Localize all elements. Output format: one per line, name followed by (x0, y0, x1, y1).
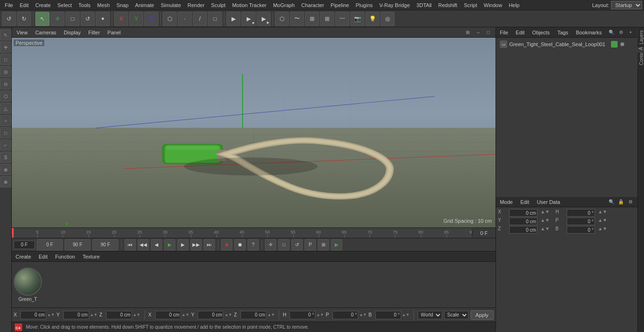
coord-h-arrow[interactable]: ▲▼ (316, 313, 324, 317)
cloner-button[interactable]: ⊞ (320, 12, 334, 26)
z-axis-button[interactable]: Z (144, 12, 158, 26)
menu-select[interactable]: Select (55, 1, 75, 9)
menu-plugins[interactable]: Plugins (353, 1, 375, 9)
end-frame-field[interactable] (65, 242, 90, 247)
apply-button[interactable]: Apply (471, 310, 494, 320)
menu-character[interactable]: Character (298, 1, 327, 9)
coord-z-arrow[interactable]: ▲▼ (133, 313, 140, 317)
me-menu-create[interactable]: Create (14, 253, 33, 260)
move-tool-button[interactable]: ✛ (50, 12, 65, 26)
menu-pipeline[interactable]: Pipeline (328, 1, 352, 9)
sidebar-tool-5[interactable]: ⊙ (0, 78, 11, 89)
coord-b-input[interactable] (375, 311, 401, 319)
coord-b-arrow[interactable]: ▲▼ (402, 313, 410, 317)
om-menu-edit[interactable]: Edit (514, 29, 527, 36)
om-menu-objects[interactable]: Objects (530, 29, 552, 36)
next-key-button[interactable]: ▶▶ (190, 239, 202, 251)
nurbs-button[interactable]: ⊞ (305, 12, 319, 26)
menu-motion-tracker[interactable]: Motion Tracker (229, 1, 269, 9)
menu-3dtall[interactable]: 3DTAll (413, 1, 434, 9)
sidebar-tool-12[interactable]: ⊕ (0, 164, 11, 175)
material-item-green[interactable]: Green_T (14, 267, 42, 302)
sidebar-tool-8[interactable]: ○ (0, 115, 11, 126)
scale-tool-pb[interactable]: □ (278, 239, 289, 251)
om-menu-tags[interactable]: Tags (555, 29, 570, 36)
prev-frame-button[interactable]: ◀ (151, 239, 162, 251)
scale-tool-button[interactable]: □ (66, 12, 80, 26)
auto-key-button[interactable]: ⏹ (234, 239, 246, 251)
attr-rot-h-input[interactable] (567, 209, 595, 217)
menu-tools[interactable]: Tools (75, 1, 93, 9)
menu-file[interactable]: File (2, 1, 16, 9)
viewport-icon-3[interactable]: □ (484, 28, 493, 37)
viewport-menu-filter[interactable]: Filter (86, 29, 101, 36)
attr-search-icon[interactable]: 🔍 (607, 198, 616, 206)
om-search-icon[interactable]: 🔍 (607, 28, 616, 37)
coord-x2-input[interactable] (155, 311, 181, 319)
viewport-icon-2[interactable]: ↔ (474, 28, 482, 37)
coord-y-arrow[interactable]: ▲▼ (90, 313, 98, 317)
rotate-tool-pb[interactable]: ↺ (291, 239, 303, 251)
me-menu-function[interactable]: Function (53, 253, 77, 260)
om-menu-bookmarks[interactable]: Bookmarks (574, 29, 603, 36)
menu-script[interactable]: Script (461, 1, 480, 9)
attr-menu-userdata[interactable]: User Data (535, 198, 562, 206)
menu-edit[interactable]: Edit (17, 1, 32, 9)
attr-config-icon[interactable]: ⚙ (626, 198, 635, 206)
record-button[interactable]: ⏺ (221, 239, 232, 251)
om-color-tag[interactable] (611, 41, 618, 48)
menu-animate[interactable]: Animate (132, 1, 157, 9)
deform-button[interactable]: 〰 (335, 12, 349, 26)
menu-render[interactable]: Render (185, 1, 207, 9)
pivot-button[interactable]: P (305, 239, 316, 251)
attr-lock-icon[interactable]: 🔒 (617, 198, 625, 206)
y-axis-button[interactable]: Y (129, 12, 143, 26)
menu-snap[interactable]: Snap (114, 1, 132, 9)
world-dropdown[interactable]: World (418, 311, 442, 319)
spline-button[interactable]: 〜 (290, 12, 304, 26)
menu-redshift[interactable]: Redshift (436, 1, 460, 9)
move-tool-pb[interactable]: ✛ (265, 239, 276, 251)
om-item-cable[interactable]: Lo Green_Tight_Steel_Cable_Seal_Loop001 (498, 40, 644, 49)
me-menu-edit[interactable]: Edit (37, 253, 50, 260)
go-start-button[interactable]: ⏮ (124, 239, 136, 251)
prev-key-button[interactable]: ◀◀ (138, 239, 149, 251)
coord-p-arrow[interactable]: ▲▼ (359, 313, 367, 317)
attr-rot-b-input[interactable] (567, 226, 595, 234)
play-button[interactable]: ▶ (164, 239, 175, 251)
sidebar-tool-13[interactable]: ⊗ (0, 176, 11, 187)
render-vp-button[interactable]: ▶ (331, 239, 342, 251)
sidebar-tool-10[interactable]: ⌐ (0, 139, 11, 151)
timeline-track[interactable]: 051015202530354045505560657075808590 (12, 228, 472, 238)
coord-x-arrow[interactable]: ▲▼ (47, 313, 55, 317)
next-frame-button[interactable]: ▶ (177, 239, 189, 251)
edge-mode-button[interactable]: / (193, 12, 207, 26)
select-tool-button[interactable]: ↖ (35, 12, 50, 26)
loop-end-field[interactable] (93, 242, 118, 247)
om-config-icon[interactable]: ⚙ (617, 28, 625, 37)
sidebar-tool-6[interactable]: ⬡ (0, 90, 11, 102)
coord-y-input[interactable] (63, 311, 89, 319)
tab-layers[interactable]: Layers (637, 27, 644, 47)
viewport-icon-1[interactable]: ⊞ (463, 28, 472, 37)
om-visibility-dot[interactable] (620, 42, 624, 46)
coord-x-input[interactable] (20, 311, 46, 319)
coord-z-input[interactable] (106, 311, 132, 319)
render-region-button[interactable]: ▶■ (241, 12, 256, 26)
coord-y2-input[interactable] (198, 311, 223, 319)
coord-x2-arrow[interactable]: ▲▼ (182, 313, 190, 317)
coord-p-input[interactable] (332, 311, 358, 319)
cube-button[interactable]: ⬡ (275, 12, 289, 26)
menu-window[interactable]: Window (481, 1, 505, 9)
current-frame-field[interactable] (37, 242, 62, 247)
om-menu-file[interactable]: File (498, 29, 510, 36)
menu-sculpt[interactable]: Sculpt (208, 1, 229, 9)
poly-mode-button[interactable]: □ (208, 12, 222, 26)
attr-pos-x-input[interactable] (509, 209, 537, 217)
om-plus-icon[interactable]: + (626, 28, 635, 37)
attr-rot-p-input[interactable] (567, 218, 595, 225)
help-button[interactable]: ? (248, 239, 259, 251)
sidebar-tool-7[interactable]: △ (0, 103, 11, 114)
coord-y2-arrow[interactable]: ▲▼ (224, 313, 232, 317)
sidebar-tool-9[interactable]: □ (0, 127, 11, 138)
